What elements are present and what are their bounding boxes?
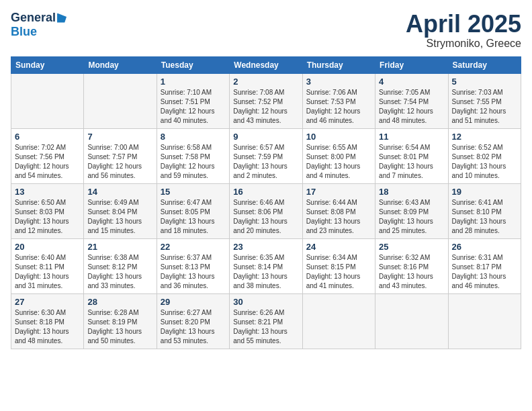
header-cell-sunday: Sunday	[11, 56, 84, 73]
day-cell-19: 19Sunrise: 6:41 AM Sunset: 8:10 PM Dayli…	[448, 183, 521, 238]
header-cell-wednesday: Wednesday	[230, 56, 302, 73]
location-title: Strymoniko, Greece	[406, 38, 521, 50]
day-info: Sunrise: 7:05 AM Sunset: 7:54 PM Dayligh…	[379, 88, 444, 126]
day-cell-18: 18Sunrise: 6:43 AM Sunset: 8:09 PM Dayli…	[375, 183, 448, 238]
day-number: 18	[379, 187, 444, 197]
day-info: Sunrise: 6:46 AM Sunset: 8:06 PM Dayligh…	[233, 198, 298, 236]
day-info: Sunrise: 7:10 AM Sunset: 7:51 PM Dayligh…	[161, 88, 226, 126]
day-number: 20	[15, 242, 80, 252]
day-info: Sunrise: 6:35 AM Sunset: 8:14 PM Dayligh…	[233, 253, 298, 291]
day-number: 2	[233, 77, 298, 87]
calendar-table: SundayMondayTuesdayWednesdayThursdayFrid…	[11, 56, 521, 349]
empty-cell	[448, 293, 521, 349]
header: General Blue April 2025 Strymoniko, Gree…	[11, 11, 521, 50]
logo-general: General	[11, 11, 56, 25]
day-info: Sunrise: 6:26 AM Sunset: 8:21 PM Dayligh…	[233, 308, 298, 346]
day-cell-6: 6Sunrise: 7:02 AM Sunset: 7:56 PM Daylig…	[11, 128, 84, 183]
header-cell-monday: Monday	[84, 56, 157, 73]
day-number: 16	[233, 187, 298, 197]
day-number: 4	[379, 77, 444, 87]
day-number: 10	[306, 132, 371, 142]
day-number: 19	[452, 187, 517, 197]
week-row-2: 6Sunrise: 7:02 AM Sunset: 7:56 PM Daylig…	[11, 128, 521, 183]
empty-cell	[302, 293, 375, 349]
day-number: 8	[161, 132, 226, 142]
day-info: Sunrise: 6:38 AM Sunset: 8:12 PM Dayligh…	[87, 253, 152, 291]
header-cell-saturday: Saturday	[448, 56, 521, 73]
week-row-1: 1Sunrise: 7:10 AM Sunset: 7:51 PM Daylig…	[11, 73, 521, 128]
header-cell-thursday: Thursday	[302, 56, 375, 73]
logo-blue: Blue	[11, 25, 37, 39]
day-number: 13	[15, 187, 80, 197]
day-number: 25	[379, 242, 444, 252]
day-cell-26: 26Sunrise: 6:31 AM Sunset: 8:17 PM Dayli…	[448, 238, 521, 293]
empty-cell	[11, 73, 84, 128]
day-number: 21	[87, 242, 152, 252]
day-cell-17: 17Sunrise: 6:44 AM Sunset: 8:08 PM Dayli…	[302, 183, 375, 238]
day-number: 6	[15, 132, 80, 142]
week-row-5: 27Sunrise: 6:30 AM Sunset: 8:18 PM Dayli…	[11, 293, 521, 349]
day-info: Sunrise: 7:02 AM Sunset: 7:56 PM Dayligh…	[15, 143, 80, 181]
day-info: Sunrise: 6:30 AM Sunset: 8:18 PM Dayligh…	[15, 308, 80, 346]
day-number: 1	[161, 77, 226, 87]
day-number: 26	[452, 242, 517, 252]
day-cell-23: 23Sunrise: 6:35 AM Sunset: 8:14 PM Dayli…	[230, 238, 302, 293]
day-info: Sunrise: 6:55 AM Sunset: 8:00 PM Dayligh…	[306, 143, 371, 181]
day-number: 23	[233, 242, 298, 252]
day-cell-14: 14Sunrise: 6:49 AM Sunset: 8:04 PM Dayli…	[84, 183, 157, 238]
empty-cell	[375, 293, 448, 349]
week-row-3: 13Sunrise: 6:50 AM Sunset: 8:03 PM Dayli…	[11, 183, 521, 238]
day-info: Sunrise: 7:00 AM Sunset: 7:57 PM Dayligh…	[87, 143, 152, 181]
day-info: Sunrise: 6:57 AM Sunset: 7:59 PM Dayligh…	[233, 143, 298, 181]
day-cell-25: 25Sunrise: 6:32 AM Sunset: 8:16 PM Dayli…	[375, 238, 448, 293]
day-info: Sunrise: 6:28 AM Sunset: 8:19 PM Dayligh…	[87, 308, 152, 346]
day-info: Sunrise: 6:52 AM Sunset: 8:02 PM Dayligh…	[452, 143, 517, 181]
day-info: Sunrise: 6:37 AM Sunset: 8:13 PM Dayligh…	[161, 253, 226, 291]
day-info: Sunrise: 6:44 AM Sunset: 8:08 PM Dayligh…	[306, 198, 371, 236]
day-cell-3: 3Sunrise: 7:06 AM Sunset: 7:53 PM Daylig…	[302, 73, 375, 128]
day-cell-7: 7Sunrise: 7:00 AM Sunset: 7:57 PM Daylig…	[84, 128, 157, 183]
day-number: 30	[233, 297, 298, 307]
day-number: 9	[233, 132, 298, 142]
month-title: April 2025	[406, 11, 521, 38]
day-cell-21: 21Sunrise: 6:38 AM Sunset: 8:12 PM Dayli…	[84, 238, 157, 293]
day-number: 7	[87, 132, 152, 142]
header-cell-friday: Friday	[375, 56, 448, 73]
day-info: Sunrise: 6:27 AM Sunset: 8:20 PM Dayligh…	[161, 308, 226, 346]
day-cell-16: 16Sunrise: 6:46 AM Sunset: 8:06 PM Dayli…	[230, 183, 302, 238]
day-cell-4: 4Sunrise: 7:05 AM Sunset: 7:54 PM Daylig…	[375, 73, 448, 128]
day-number: 22	[161, 242, 226, 252]
day-number: 5	[452, 77, 517, 87]
day-info: Sunrise: 6:50 AM Sunset: 8:03 PM Dayligh…	[15, 198, 80, 236]
day-number: 28	[87, 297, 152, 307]
day-number: 29	[161, 297, 226, 307]
day-cell-28: 28Sunrise: 6:28 AM Sunset: 8:19 PM Dayli…	[84, 293, 157, 349]
day-info: Sunrise: 6:32 AM Sunset: 8:16 PM Dayligh…	[379, 253, 444, 291]
logo-icon	[57, 13, 66, 23]
day-info: Sunrise: 6:58 AM Sunset: 7:58 PM Dayligh…	[161, 143, 226, 181]
week-row-4: 20Sunrise: 6:40 AM Sunset: 8:11 PM Dayli…	[11, 238, 521, 293]
day-info: Sunrise: 6:54 AM Sunset: 8:01 PM Dayligh…	[379, 143, 444, 181]
day-info: Sunrise: 6:34 AM Sunset: 8:15 PM Dayligh…	[306, 253, 371, 291]
day-cell-1: 1Sunrise: 7:10 AM Sunset: 7:51 PM Daylig…	[157, 73, 229, 128]
day-info: Sunrise: 7:03 AM Sunset: 7:55 PM Dayligh…	[452, 88, 517, 126]
day-cell-10: 10Sunrise: 6:55 AM Sunset: 8:00 PM Dayli…	[302, 128, 375, 183]
day-number: 11	[379, 132, 444, 142]
day-number: 15	[161, 187, 226, 197]
day-cell-29: 29Sunrise: 6:27 AM Sunset: 8:20 PM Dayli…	[157, 293, 229, 349]
day-number: 17	[306, 187, 371, 197]
day-info: Sunrise: 6:47 AM Sunset: 8:05 PM Dayligh…	[161, 198, 226, 236]
day-info: Sunrise: 7:08 AM Sunset: 7:52 PM Dayligh…	[233, 88, 298, 126]
day-number: 12	[452, 132, 517, 142]
day-cell-11: 11Sunrise: 6:54 AM Sunset: 8:01 PM Dayli…	[375, 128, 448, 183]
day-info: Sunrise: 7:06 AM Sunset: 7:53 PM Dayligh…	[306, 88, 371, 126]
day-cell-9: 9Sunrise: 6:57 AM Sunset: 7:59 PM Daylig…	[230, 128, 302, 183]
day-info: Sunrise: 6:31 AM Sunset: 8:17 PM Dayligh…	[452, 253, 517, 291]
title-area: April 2025 Strymoniko, Greece	[406, 11, 521, 50]
day-number: 14	[87, 187, 152, 197]
day-number: 27	[15, 297, 80, 307]
day-cell-30: 30Sunrise: 6:26 AM Sunset: 8:21 PM Dayli…	[230, 293, 302, 349]
day-cell-24: 24Sunrise: 6:34 AM Sunset: 8:15 PM Dayli…	[302, 238, 375, 293]
day-number: 24	[306, 242, 371, 252]
day-cell-2: 2Sunrise: 7:08 AM Sunset: 7:52 PM Daylig…	[230, 73, 302, 128]
